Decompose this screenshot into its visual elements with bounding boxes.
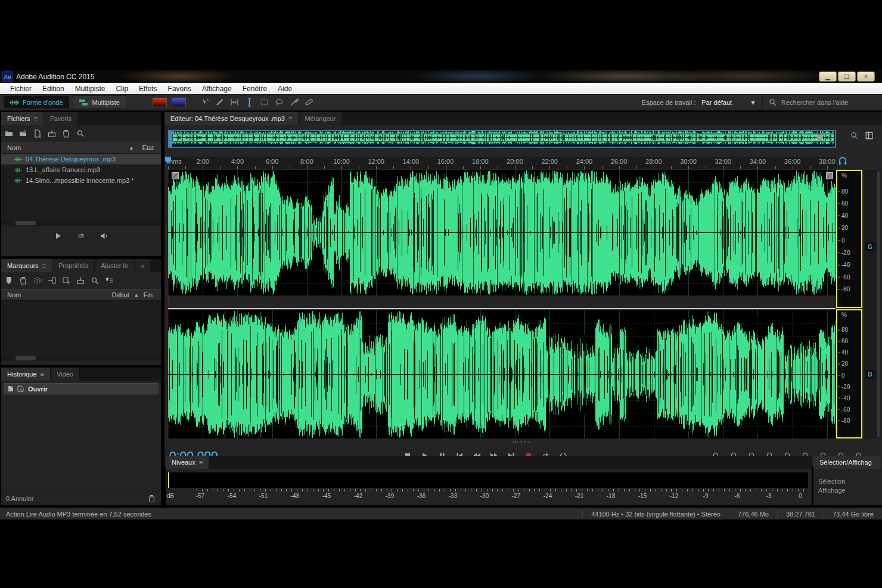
tab-editor-editeur04theresedesqueyrouxmp3[interactable]: Editeur: 04.Thérèse Desqueyroux .mp3≡	[164, 112, 299, 125]
channel-separator[interactable]	[168, 308, 836, 309]
play-icon[interactable]	[54, 232, 63, 240]
files-hscrollbar[interactable]	[1, 220, 161, 226]
multitrack-view-button[interactable]: Multipiste	[73, 95, 126, 109]
scale-tick-label: -40	[841, 262, 850, 268]
file-row[interactable]: 04.Thérèse Desqueyroux .mp3	[1, 154, 161, 164]
extract-audio-icon[interactable]	[48, 129, 56, 138]
spectral-pitch-display-button[interactable]	[172, 98, 186, 107]
file-row[interactable]: 14.Simo...mpossible innocente.mp3 *	[1, 175, 161, 186]
trash-icon[interactable]	[62, 129, 70, 138]
lasso-tool-icon[interactable]	[272, 97, 285, 108]
trash-icon[interactable]	[148, 495, 155, 502]
export-markers-icon[interactable]	[62, 276, 70, 285]
left-channel-badge[interactable]: G	[865, 242, 875, 251]
sort-asc-icon[interactable]: ▲	[129, 145, 134, 151]
chevron-down-icon[interactable]: ▼	[750, 99, 756, 106]
healing-brush-tool-icon[interactable]	[302, 97, 315, 108]
move-tool-icon[interactable]	[198, 97, 211, 108]
tab-editor-melangeur[interactable]: Mélangeur	[299, 112, 342, 125]
time-selection-tool-icon[interactable]	[243, 97, 256, 108]
tab-markers-ajusterle[interactable]: Ajuster le	[95, 259, 135, 272]
range-tool-icon[interactable]	[228, 97, 241, 108]
tab-files-fichiers[interactable]: Fichiers≡	[1, 112, 44, 125]
auto-play-speaker-icon[interactable]	[100, 232, 108, 240]
loop-playback-icon[interactable]	[77, 232, 85, 240]
menu-effets[interactable]: Effets	[133, 85, 162, 93]
grid-view-icon[interactable]	[865, 131, 874, 140]
overview-left-handle[interactable]	[169, 131, 172, 147]
sort-asc-icon[interactable]: ▲	[134, 293, 139, 298]
markers-column-header[interactable]: Nom Début ▲ Fin	[1, 289, 161, 301]
column-marker-nom[interactable]: Nom	[7, 291, 21, 298]
menu-affichage[interactable]: Affichage	[197, 85, 237, 93]
trash-icon[interactable]	[19, 276, 27, 285]
import-markers-icon[interactable]	[76, 276, 85, 285]
tab-files-favoris[interactable]: Favoris	[44, 112, 78, 125]
column-debut[interactable]: Début	[111, 291, 129, 298]
right-channel-badge[interactable]: D	[865, 370, 875, 379]
tab-history-video[interactable]: Vidéo	[51, 368, 80, 381]
add-marker-icon[interactable]	[5, 276, 13, 285]
amplitude-scale-right[interactable]: %806040200-20-40-60-80	[836, 309, 862, 438]
tab-niveaux[interactable]: Niveaux ≡	[166, 456, 209, 469]
panel-menu-icon[interactable]: ≡	[41, 371, 44, 378]
column-etat[interactable]: Etat	[142, 144, 154, 151]
column-fin[interactable]: Fin	[144, 291, 153, 298]
level-meter[interactable]	[167, 472, 808, 488]
waveform-view-button[interactable]: Forme d'onde	[4, 96, 69, 108]
close-button[interactable]: ×	[857, 71, 875, 82]
menu-clip[interactable]: Clip	[110, 85, 133, 93]
menu-fenetre[interactable]: Fenêtre	[237, 85, 272, 93]
tab-selection-affichage[interactable]: Sélection/Affichag	[813, 456, 882, 469]
search-icon[interactable]	[91, 276, 99, 285]
import-file-icon[interactable]	[19, 129, 27, 138]
fade-out-handle[interactable]	[826, 172, 833, 179]
waveform-left-channel[interactable]	[168, 170, 836, 295]
headphones-icon[interactable]	[838, 156, 847, 165]
menu-favoris[interactable]: Favoris	[163, 85, 197, 93]
db-tick-label: -36	[417, 493, 426, 499]
slip-tool-icon[interactable]	[213, 97, 226, 108]
restore-button[interactable]: ❏	[838, 71, 856, 82]
tab-overflow-chevron[interactable]: »	[135, 259, 151, 272]
search-icon[interactable]	[76, 129, 85, 138]
column-nom[interactable]: Nom	[7, 144, 21, 151]
amplitude-zoom-handle[interactable]: ▪▪▪ ▪ ▪ ▪	[513, 440, 530, 444]
marker-type-icon[interactable]	[105, 276, 113, 285]
new-file-icon[interactable]	[33, 129, 42, 138]
zoom-navigator-icon[interactable]	[850, 131, 859, 140]
marquee-tool-icon[interactable]	[257, 97, 271, 108]
history-item-ouvrir[interactable]: Ouvrir	[4, 383, 159, 394]
panel-menu-icon[interactable]: ≡	[199, 459, 203, 466]
tab-markers-proprietes[interactable]: Propriétés	[52, 259, 95, 272]
menu-edition[interactable]: Edition	[37, 85, 70, 93]
amplitude-scale-left[interactable]: %806040200-20-40-60-80	[836, 170, 862, 308]
insert-into-multitrack-icon[interactable]	[48, 276, 56, 285]
tab-history-historique[interactable]: Historique≡	[1, 368, 51, 381]
open-folder-icon[interactable]	[5, 129, 13, 138]
fade-in-handle[interactable]	[172, 172, 179, 179]
menu-multipiste[interactable]: Multipiste	[70, 85, 111, 93]
overview-navigator[interactable]	[168, 130, 836, 148]
merge-markers-icon[interactable]	[33, 276, 42, 285]
scale-tick-label: 0	[841, 372, 845, 378]
panel-menu-icon[interactable]: ≡	[288, 115, 292, 122]
workspace-dropdown[interactable]: Par défaut	[701, 99, 732, 106]
spectral-frequency-display-button[interactable]	[153, 98, 167, 107]
brush-tool-icon[interactable]	[287, 97, 300, 108]
timeline-ruler[interactable]: hms 2:004:006:008:0010:0012:0014:0016:00…	[168, 157, 836, 169]
file-row[interactable]: 13.L_affaire Ranucci.mp3	[1, 164, 161, 175]
minimize-button[interactable]: ▁	[819, 71, 837, 82]
db-tick-label: -18	[607, 493, 615, 499]
waveform-right-channel[interactable]	[168, 310, 836, 438]
help-search-field[interactable]: Rechercher dans l'aide	[762, 96, 882, 109]
markers-hscrollbar[interactable]	[1, 356, 161, 361]
files-column-header[interactable]: Nom ▲ Etat	[1, 142, 161, 154]
overview-range-box[interactable]	[168, 130, 836, 148]
vertical-scrollbar[interactable]: G D	[864, 170, 881, 438]
menu-aide[interactable]: Aide	[272, 85, 297, 93]
tab-markers-marqueurs[interactable]: Marqueurs≡	[1, 259, 52, 272]
panel-menu-icon[interactable]: ≡	[34, 115, 38, 122]
panel-menu-icon[interactable]: ≡	[42, 262, 46, 269]
menu-fichier[interactable]: Fichier	[5, 85, 37, 93]
